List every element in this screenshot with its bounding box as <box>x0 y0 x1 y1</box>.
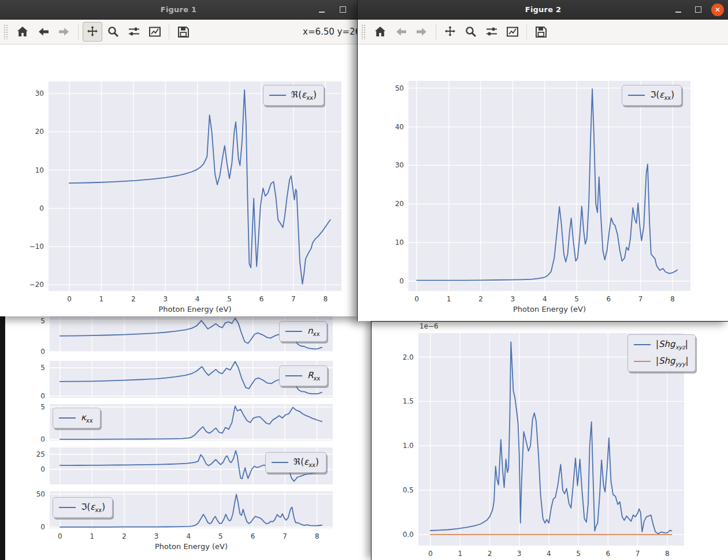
configure-subplots-button[interactable] <box>124 22 144 42</box>
figure1-canvas: 012345678−20−100102030Photon Energy (eV)… <box>0 44 357 316</box>
pan-move-icon <box>86 25 99 38</box>
legend-label: |Shgxyz| <box>656 339 688 350</box>
tick-label: 0 <box>39 204 44 212</box>
toolbar-separator <box>169 24 169 39</box>
save-floppy-icon <box>534 25 547 38</box>
minimize-button[interactable] <box>315 3 328 16</box>
home-button[interactable] <box>370 22 390 42</box>
legend-label: κxx <box>81 412 93 424</box>
minimize-icon <box>675 12 681 13</box>
tick-label: 3 <box>517 550 522 558</box>
legend-line-sample <box>285 331 302 333</box>
shg-canvas: 0123456780.00.51.01.52.01e−6 |Shgxyz| |S… <box>372 322 728 560</box>
minimize-button[interactable] <box>672 3 685 16</box>
toolbar-separator <box>526 24 527 39</box>
legend-box[interactable]: |Shgxyz| |Shgyyy| <box>627 334 696 372</box>
toolbar-drag-handle[interactable] <box>3 24 8 39</box>
tick-label: 7 <box>283 532 287 540</box>
toolbar-separator <box>78 24 79 39</box>
maximize-button[interactable] <box>692 3 704 16</box>
tick-label: 0.5 <box>403 486 414 494</box>
forward-arrow-icon <box>58 25 70 38</box>
legend-box[interactable]: κxx <box>53 408 101 428</box>
pan-button[interactable] <box>83 22 102 42</box>
figure2-toolbar <box>358 20 728 44</box>
tick-label: 6 <box>251 532 255 540</box>
close-icon: ✕ <box>715 6 720 13</box>
tick-label: 2 <box>488 550 492 558</box>
tick-label: 0.0 <box>403 531 414 539</box>
minimize-icon <box>319 12 325 13</box>
home-icon <box>374 25 387 38</box>
tick-label: −20 <box>29 281 44 289</box>
pan-button[interactable] <box>440 22 460 42</box>
tick-label: 8 <box>665 550 670 558</box>
legend-line-sample <box>272 462 288 464</box>
legend-box[interactable]: ℜ(εxx) <box>265 452 326 473</box>
tick-label: 8 <box>323 295 328 303</box>
toolbar-drag-handle[interactable] <box>361 24 365 39</box>
back-arrow-icon <box>37 25 50 38</box>
tick-label: 1 <box>447 295 451 303</box>
zoom-button[interactable] <box>461 22 481 42</box>
legend-line-sample <box>628 95 645 96</box>
close-button[interactable]: ✕ <box>711 3 724 16</box>
legend-box[interactable]: nxx <box>279 321 327 342</box>
plot-area[interactable] <box>49 81 341 291</box>
tick-label: 3 <box>511 295 515 303</box>
legend-box[interactable]: ℑ(εxx) <box>53 497 113 518</box>
legend-box[interactable]: ℜ(εxx) <box>263 85 324 106</box>
save-button[interactable] <box>531 22 551 42</box>
legend-box[interactable]: Rxx <box>279 365 328 386</box>
back-button[interactable] <box>34 22 53 42</box>
tick-label: Photon Energy (eV) <box>513 305 586 313</box>
tick-label: 20 <box>395 200 404 208</box>
pan-move-icon <box>444 25 456 38</box>
tick-label: 2.0 <box>403 353 414 361</box>
tick-label: 7 <box>636 550 640 558</box>
tick-label: 5 <box>574 295 579 303</box>
tick-label: 0 <box>399 277 404 285</box>
save-floppy-icon <box>177 25 190 38</box>
tick-label: 4 <box>543 295 547 303</box>
tick-label: 4 <box>547 550 551 558</box>
tick-label: 0 <box>415 295 419 303</box>
legend-line-sample <box>59 417 76 419</box>
legend-line-sample <box>634 344 651 346</box>
figure2-titlebar[interactable]: Figure 2 ✕ <box>358 0 728 20</box>
line-chart-icon <box>148 25 161 38</box>
forward-button[interactable] <box>54 22 74 42</box>
desktop: { "colors": { "line_blue": "#4c72b0", "l… <box>0 0 728 560</box>
tick-label: 1.5 <box>403 397 414 405</box>
edit-axes-button[interactable] <box>145 22 165 42</box>
edit-axes-button[interactable] <box>503 22 522 42</box>
tick-label: 7 <box>638 295 643 303</box>
sliders-icon <box>485 25 498 38</box>
tick-label: 10 <box>395 238 404 247</box>
figure1-titlebar[interactable]: Figure 1 <box>0 0 357 20</box>
tick-label: 5 <box>218 532 223 540</box>
toolbar-separator <box>436 24 436 39</box>
legend-box[interactable]: ℑ(εxx) <box>622 85 682 106</box>
tick-label: −10 <box>29 242 44 251</box>
zoom-button[interactable] <box>103 22 123 42</box>
desktop-background <box>0 316 5 560</box>
tick-label: 0 <box>67 295 72 303</box>
optics-canvas: 05 05 05 025 012345678050Photon Energy (… <box>5 316 372 560</box>
tick-label: 50 <box>395 84 404 92</box>
maximize-button[interactable] <box>336 3 349 16</box>
zoom-magnifier-icon <box>465 25 477 38</box>
legend-label: ℑ(εxx) <box>81 502 105 513</box>
save-button[interactable] <box>173 22 193 42</box>
forward-arrow-icon <box>415 25 428 38</box>
configure-subplots-button[interactable] <box>482 22 502 42</box>
legend-label: nxx <box>307 326 320 337</box>
sliders-icon <box>128 25 140 38</box>
forward-button[interactable] <box>412 22 432 42</box>
line-chart-icon <box>506 25 519 38</box>
legend-label: Rxx <box>307 370 320 382</box>
plot-canvas-Im-eps[interactable]: 012345678050Photon Energy (eV) <box>5 316 372 560</box>
back-button[interactable] <box>391 22 411 42</box>
legend-line-sample <box>285 375 302 377</box>
home-button[interactable] <box>13 22 32 42</box>
